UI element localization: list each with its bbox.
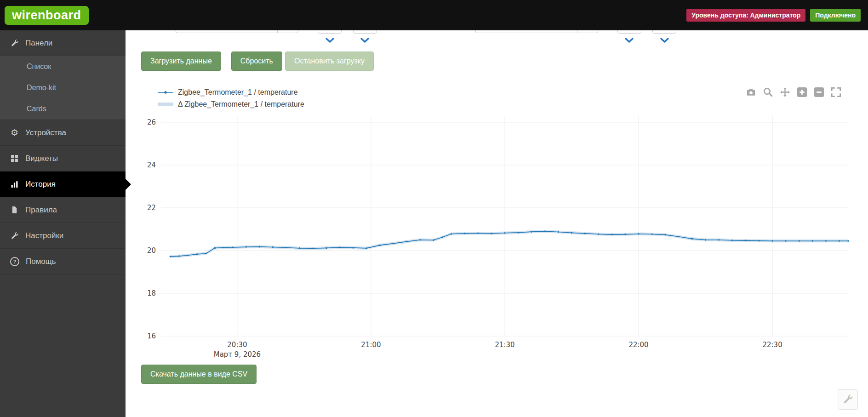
start-minute-down-button[interactable] [360,37,370,43]
svg-text:21:30: 21:30 [495,341,514,349]
legend-item-temperature[interactable]: Zigbee_Termometer_1 / temperature [158,86,298,98]
svg-text:22: 22 [147,204,156,212]
temperature-chart-canvas[interactable]: 16182022242620:30Март 9, 202621:0021:302… [141,113,868,361]
end-hour-down-button[interactable] [624,37,634,43]
svg-text:21:00: 21:00 [361,341,381,349]
sidebar-item-label: Устройства [25,128,66,137]
widgets-grid-icon [10,154,19,163]
sidebar-item-label: Панели [25,39,52,48]
chart-settings-button[interactable] [838,389,858,410]
svg-text:18: 18 [147,289,156,297]
wrench-icon [843,394,853,406]
legend-label: Δ Zigbee_Termometer_1 / temperature [178,100,304,109]
end-minute-down-button[interactable] [660,37,669,43]
sidebar-item-label: Cards [27,105,46,113]
sidebar-item-history[interactable]: История [0,171,126,197]
line-swatch-icon [158,90,173,95]
sidebar-item-list[interactable]: Список [0,56,126,77]
sidebar-item-rules[interactable]: Правила [0,197,126,223]
csv-row: Скачать данные в виде CSV [141,365,868,384]
history-chart: Zigbee_Termometer_1 / temperature Δ Zigb… [141,86,868,361]
sidebar-item-widgets[interactable]: Виджеты [0,146,126,171]
sidebar-item-label: Правила [25,206,57,215]
wirenboard-logo[interactable]: wirenboard [5,6,89,25]
stop-loading-button[interactable]: Остановить загрузку [285,51,374,71]
chart-modebar [745,87,841,98]
svg-text:22:30: 22:30 [762,341,782,349]
minus-square-icon [814,87,824,98]
svg-text:20:30: 20:30 [227,341,247,349]
load-data-button[interactable]: Загрузить данные [141,51,221,71]
sidebar-item-help[interactable]: Помощь [0,249,126,274]
sidebar-item-label: Помощь [26,257,56,266]
status-badges: Уровень доступа: Администратор Подключен… [686,9,861,22]
magnifier-icon [763,87,773,98]
access-level-badge: Уровень доступа: Администратор [686,9,805,22]
sidebar-item-demo-kit[interactable]: Demo-kit [0,77,126,98]
download-plot-button[interactable] [745,87,756,98]
zoom-in-button[interactable] [796,87,807,98]
gear-icon [10,128,19,137]
sidebar-item-label: Настройки [25,231,63,240]
zoom-out-button[interactable] [813,87,824,98]
wrench-icon [10,39,19,47]
expand-corners-icon [831,87,841,98]
sidebar-item-panels[interactable]: Панели [0,30,126,56]
zoom-mode-button[interactable] [762,87,773,98]
question-circle-icon [10,257,19,266]
svg-text:Март 9, 2026: Март 9, 2026 [214,350,261,359]
file-icon [10,206,19,214]
actions-row: Загрузить данные Сбросить Остановить заг… [141,51,868,71]
start-hour-down-button[interactable] [325,37,335,43]
download-csv-button[interactable]: Скачать данные в виде CSV [141,365,257,384]
connection-status-badge: Подключено [810,9,861,22]
legend-label: Zigbee_Termometer_1 / temperature [178,88,298,97]
pan-mode-button[interactable] [779,87,790,98]
autoscale-button[interactable] [830,87,841,98]
sidebar-item-label: Demo-kit [27,84,56,92]
reset-button[interactable]: Сбросить [231,51,282,71]
topbar: wirenboard Уровень доступа: Администрато… [0,0,868,30]
sidebar-item-devices[interactable]: Устройства [0,120,126,146]
sidebar-item-cards[interactable]: Cards [0,98,126,120]
svg-text:24: 24 [147,161,156,169]
legend-item-delta[interactable]: Δ Zigbee_Termometer_1 / temperature [158,98,304,110]
plus-square-icon [797,87,807,98]
sidebar-item-label: Виджеты [25,154,58,163]
pan-arrows-icon [780,87,790,98]
history-page: Начало : Конец [126,0,868,384]
svg-text:22:00: 22:00 [628,341,648,349]
camera-icon [746,87,756,98]
svg-text:26: 26 [147,118,156,126]
sidebar-item-label: История [25,180,56,189]
sidebar: Панели Список Demo-kit Cards Устройства … [0,30,126,417]
wrench-icon [10,231,19,240]
svg-text:20: 20 [147,246,156,255]
svg-text:16: 16 [147,332,156,340]
sidebar-item-settings[interactable]: Настройки [0,223,126,249]
sidebar-item-label: Список [27,63,51,71]
sidebar-panels-subgroup: Список Demo-kit Cards [0,56,126,120]
band-swatch-icon [158,102,173,107]
bar-chart-icon [10,180,19,189]
